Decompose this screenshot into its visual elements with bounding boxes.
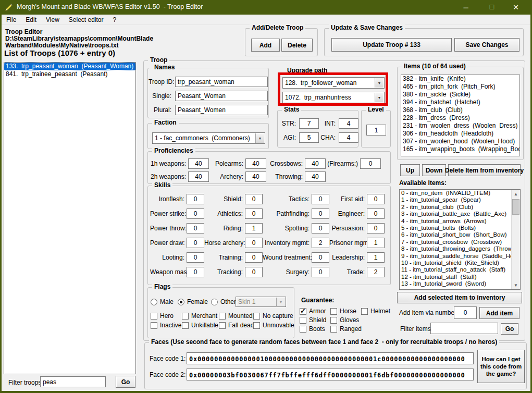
checkbox-icon[interactable]	[182, 322, 189, 329]
checkbox-icon[interactable]	[300, 326, 306, 333]
available-item[interactable]: 8 - itm_tutorial_throwing_daggers (Throw…	[400, 245, 511, 252]
checkbox-icon[interactable]	[151, 313, 157, 320]
chevron-down-icon[interactable]: ▼	[375, 93, 383, 102]
checkbox-icon[interactable]	[253, 313, 260, 320]
inventory-items-list[interactable]: 382 - itm_knife (Knife)465 - itm_pitch_f…	[401, 75, 520, 156]
inventory-item[interactable]: 165 - itm_wrapping_boots (Wrapping_Boots…	[401, 145, 519, 153]
available-item[interactable]: 13 - itm_tutorial_sword (Sword)	[400, 280, 511, 287]
save-changes-button[interactable]: Save Changes	[454, 38, 519, 52]
stat-field[interactable]: 4	[339, 118, 358, 129]
skill-field[interactable]: 0	[312, 223, 329, 234]
troop-list-item[interactable]: 133. trp_peasant_woman (Peasant_Woman)	[4, 63, 135, 70]
face-code-1-field[interactable]	[187, 352, 474, 364]
name-row-field[interactable]: trp_peasant_woman	[175, 77, 268, 87]
radio-icon[interactable]	[151, 299, 157, 305]
chevron-down-icon[interactable]: ▼	[255, 133, 264, 143]
troop-list[interactable]: 133. trp_peasant_woman (Peasant_Woman)84…	[4, 62, 136, 374]
stat-field[interactable]: 7	[299, 118, 319, 129]
available-item[interactable]: 0 - itm_no_item (INVALID_ITEM)	[400, 190, 511, 197]
filter-items-input[interactable]	[430, 323, 498, 334]
available-item[interactable]: 2 - itm_tutorial_club (Club)	[400, 204, 511, 211]
proficiency-field[interactable]: 40	[245, 171, 266, 182]
face-code-2-field[interactable]	[187, 369, 474, 380]
proficiency-field[interactable]: 40	[245, 158, 266, 169]
available-items-list[interactable]: 0 - itm_no_item (INVALID_ITEM)1 - itm_tu…	[399, 189, 521, 290]
level-field[interactable]	[366, 125, 386, 136]
skill-field[interactable]: 2	[312, 238, 329, 248]
add-item-button[interactable]: Add item	[479, 307, 519, 319]
gender-radio-male[interactable]: Male	[151, 298, 178, 305]
checkbox-icon[interactable]	[300, 308, 306, 315]
proficiency-field[interactable]: 40	[305, 171, 326, 182]
add-troop-button[interactable]: Add	[251, 39, 280, 52]
inventory-item[interactable]: 306 - itm_headcloth (Headcloth)	[401, 130, 519, 138]
gender-radio-other[interactable]: Other	[211, 298, 236, 305]
skill-field[interactable]: 0	[187, 194, 204, 204]
available-item[interactable]: 11 - itm_tutorial_staff_no_attack (Staff…	[400, 266, 511, 273]
inventory-item[interactable]: 465 - itm_pitch_fork (Pitch_Fork)	[401, 83, 519, 91]
flag-checkbox-no-capture[interactable]: No capture	[253, 312, 293, 320]
checkbox-icon[interactable]	[253, 322, 260, 329]
scroll-up-icon[interactable]: ▲	[512, 190, 520, 198]
checkbox-icon[interactable]	[219, 322, 226, 329]
skill-field[interactable]: 2	[367, 267, 385, 277]
skill-field[interactable]: 1	[367, 252, 385, 263]
flag-checkbox-hero[interactable]: Hero	[151, 312, 182, 320]
proficiency-field[interactable]: 40	[188, 158, 209, 169]
guarantee-checkbox-shield[interactable]: Shield	[300, 316, 330, 324]
name-row-field[interactable]: Peasant_Woman	[175, 91, 268, 101]
face-code-help-button[interactable]: How can I get this code from the game?	[477, 350, 525, 383]
flag-checkbox-mounted[interactable]: Mounted	[219, 312, 253, 320]
proficiency-field[interactable]: 0	[360, 158, 381, 169]
troop-list-item[interactable]: 841. trp_trainee_peasant (Peasant)	[4, 70, 135, 78]
skill-field[interactable]: 0	[187, 208, 204, 219]
guarantee-checkbox-ranged[interactable]: Ranged	[330, 325, 361, 333]
guarantee-checkbox-horse[interactable]: Horse	[330, 308, 361, 315]
close-button[interactable]: ✕	[504, 0, 528, 15]
checkbox-icon[interactable]	[182, 313, 189, 320]
gender-radio-female[interactable]: Female	[178, 298, 211, 305]
proficiency-field[interactable]: 40	[305, 158, 326, 169]
available-items-scrollbar[interactable]: ▲ ▼	[511, 190, 520, 289]
maximize-button[interactable]: ☐	[480, 0, 504, 15]
skill-field[interactable]: 0	[187, 238, 204, 248]
update-troop-button[interactable]: Update Troop # 133	[331, 38, 452, 52]
checkbox-icon[interactable]	[300, 317, 306, 324]
checkbox-icon[interactable]	[330, 308, 337, 315]
menu-item--[interactable]: ?	[108, 15, 121, 24]
stat-field[interactable]: 4	[339, 132, 358, 143]
skill-field[interactable]: 0	[245, 194, 263, 204]
add-item-number-field[interactable]	[454, 306, 477, 319]
inventory-item[interactable]: 231 - itm_woolen_dress (Woolen_Dress)	[401, 122, 519, 130]
item-down-button[interactable]: Down	[422, 164, 446, 176]
skill-field[interactable]: 0	[187, 252, 204, 263]
skill-field[interactable]: 0	[367, 223, 385, 234]
delete-item-button[interactable]: Delete Item from inventory	[448, 164, 521, 176]
available-item[interactable]: 6 - itm_tutorial_short_bow (Short_Bow)	[400, 231, 511, 238]
scrollbar-thumb[interactable]	[512, 199, 519, 215]
add-selected-item-button[interactable]: Add selected item to inventory	[397, 292, 522, 303]
filter-troops-input[interactable]	[40, 376, 106, 387]
item-up-button[interactable]: Up	[400, 164, 420, 176]
inventory-item[interactable]: 307 - itm_woolen_hood (Woolen_Hood)	[401, 138, 519, 145]
flag-checkbox-merchant[interactable]: Merchant	[182, 312, 219, 320]
available-item[interactable]: 12 - itm_tutorial_staff (Staff)	[400, 274, 511, 280]
skill-field[interactable]: 0	[367, 194, 385, 204]
skill-field[interactable]: 0	[367, 208, 385, 219]
skill-field[interactable]: 0	[245, 252, 263, 263]
name-row-field[interactable]: Peasant_Women	[175, 105, 268, 115]
radio-icon[interactable]	[211, 299, 218, 305]
filter-items-go-button[interactable]: Go	[501, 323, 518, 335]
flag-checkbox-unkillable[interactable]: Unkillable	[182, 322, 219, 329]
guarantee-checkbox-armor[interactable]: Armor	[300, 308, 330, 315]
checkbox-icon[interactable]	[361, 308, 368, 315]
checkbox-icon[interactable]	[330, 317, 337, 324]
checkbox-icon[interactable]	[330, 326, 337, 333]
checkbox-icon[interactable]	[219, 313, 226, 320]
available-item[interactable]: 7 - itm_tutorial_crossbow (Crossbow)	[400, 239, 511, 245]
inventory-item[interactable]: 394 - itm_hatchet (Hatchet)	[401, 99, 519, 106]
upgrade-path-2-select[interactable]: 1072. trp_manhuntress ▼	[282, 92, 385, 103]
skill-field[interactable]: 0	[245, 267, 263, 277]
guarantee-checkbox-boots[interactable]: Boots	[300, 325, 330, 333]
skill-field[interactable]: 1	[245, 223, 263, 234]
